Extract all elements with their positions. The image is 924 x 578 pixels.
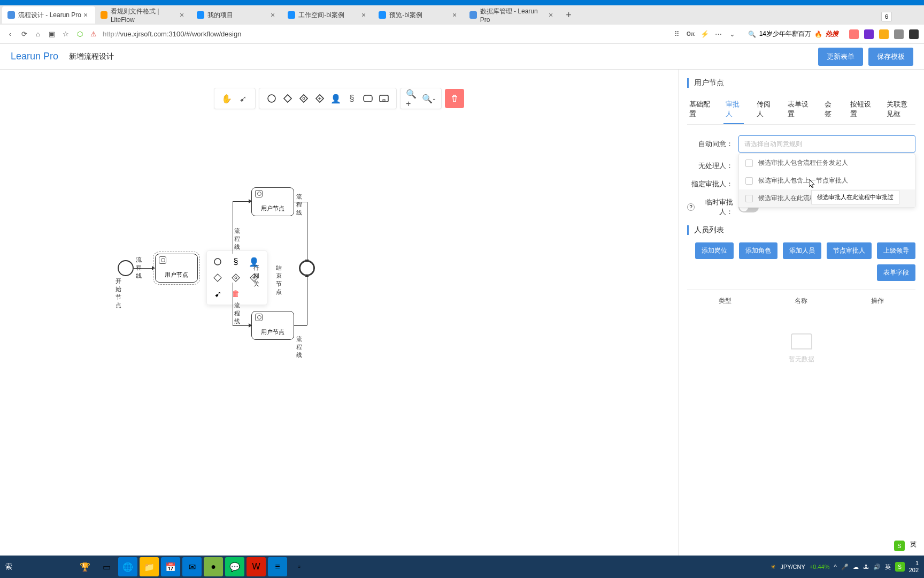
zoom-out-icon[interactable]: 🔍- (422, 92, 436, 105)
app-icon[interactable]: ● (204, 557, 223, 576)
user-node-icon[interactable]: 👤 (329, 92, 343, 105)
save-template-button[interactable]: 保存模板 (868, 48, 913, 66)
calendar-icon[interactable]: 📅 (161, 557, 180, 576)
rect-node-icon[interactable] (361, 92, 375, 105)
auto-agree-select[interactable]: 请选择自动同意规则 (738, 135, 915, 153)
node-label: 用户节点 (261, 328, 284, 336)
explorer-icon[interactable]: 📁 (140, 557, 159, 576)
user-node[interactable]: 用户节点 (251, 311, 294, 340)
close-icon[interactable]: × (268, 11, 277, 19)
tab-liteflow[interactable]: 看规则文件格式 | LiteFlow × (95, 6, 191, 24)
tab-learun[interactable]: 流程设计 - Learun Pro × (2, 6, 95, 24)
briefcase-icon[interactable]: ▣ (47, 29, 57, 39)
chevron-up-icon[interactable]: ^ (834, 564, 836, 570)
tab-countersign[interactable]: 会签 (822, 95, 837, 124)
edge-icon[interactable]: 🌐 (118, 557, 137, 576)
key-icon[interactable]: Oπ (686, 29, 696, 39)
circle-icon[interactable] (211, 255, 224, 268)
ext-icon[interactable] (894, 29, 904, 39)
volume-icon[interactable]: 🔊 (873, 564, 881, 571)
tab-workspace[interactable]: 工作空间-bi案例 × (282, 6, 373, 24)
close-icon[interactable]: × (359, 11, 368, 19)
ext-icon[interactable] (864, 29, 874, 39)
superior-button[interactable]: 上级领导 (877, 242, 915, 259)
task-view-icon[interactable]: ▭ (97, 557, 116, 576)
checkbox[interactable] (745, 195, 753, 202)
lasso-tool-icon[interactable]: ➹ (236, 92, 250, 105)
refresh-icon[interactable]: ⟳ (19, 29, 29, 39)
shield-icon[interactable]: ⬡ (75, 29, 84, 39)
help-icon[interactable]: ? (687, 203, 695, 211)
brand[interactable]: Learun Pro (11, 51, 58, 62)
add-role-button[interactable]: 添加角色 (739, 242, 777, 259)
diamond-o-node-icon[interactable] (297, 92, 311, 105)
flash-icon[interactable]: ⚡ (700, 29, 710, 39)
trophy-icon[interactable]: 🏆 (75, 557, 95, 576)
hand-tool-icon[interactable]: ✋ (220, 92, 234, 105)
dropdown-option[interactable]: 候选审批人包含上一节点审批人 (739, 172, 915, 189)
diamond-plus-node-icon[interactable] (313, 92, 327, 105)
more-icon[interactable]: ⋯ (714, 29, 723, 39)
chevron-down-icon[interactable]: ⌄ (728, 29, 737, 39)
tab-preview[interactable]: 预览-bi案例 × (373, 6, 464, 24)
vscode-icon[interactable]: ≡ (268, 557, 287, 576)
wps-icon[interactable]: W (247, 557, 266, 576)
back-icon[interactable]: ‹ (5, 29, 15, 39)
checkbox[interactable] (745, 177, 753, 185)
close-icon[interactable]: × (178, 11, 186, 19)
form-field-button[interactable]: 表单字段 (877, 264, 915, 281)
connect-icon[interactable]: ➹ (211, 287, 224, 300)
ime-badge[interactable]: S (894, 541, 905, 551)
close-icon[interactable]: × (450, 11, 459, 19)
zoom-in-icon[interactable]: 🔍+ (406, 92, 420, 105)
tab-form[interactable]: 表单设置 (786, 95, 811, 124)
add-post-button[interactable]: 添加岗位 (695, 242, 734, 259)
tab-database[interactable]: 数据库管理 - Learun Pro × (464, 6, 560, 24)
user-node[interactable]: 用户节点 (251, 187, 294, 216)
update-form-button[interactable]: 更新表单 (818, 48, 863, 66)
search-box[interactable]: 🔍 14岁少年年薪百万 🔥热搜 (742, 29, 845, 39)
taskbar-search[interactable]: 索 (5, 562, 12, 572)
script-node-icon[interactable]: § (345, 92, 359, 105)
ext-icon[interactable] (849, 29, 859, 39)
tab-basic[interactable]: 基础配置 (687, 95, 713, 124)
circle-node-icon[interactable] (265, 92, 279, 105)
user-node-selected[interactable]: 用户节点 (155, 254, 198, 283)
ext-icon[interactable] (879, 29, 889, 39)
close-icon[interactable]: × (81, 11, 90, 19)
network-icon[interactable]: 🖧 (863, 564, 869, 570)
cloud-icon[interactable]: ☁ (853, 564, 859, 571)
start-node[interactable] (118, 260, 134, 276)
script-icon[interactable]: § (229, 255, 242, 268)
close-icon[interactable]: × (546, 11, 555, 19)
tab-buttons[interactable]: 按钮设置 (848, 95, 874, 124)
add-person-button[interactable]: 添加人员 (783, 242, 821, 259)
dropdown-option[interactable]: 候选审批人包含流程任务发起人 (739, 154, 915, 172)
tab-approver[interactable]: 审批人 (723, 95, 744, 124)
ime-indicator[interactable]: 英 (885, 563, 891, 571)
diamond-icon[interactable] (211, 271, 224, 284)
node-approver-button[interactable]: 节点审批人 (827, 242, 872, 259)
mic-icon[interactable]: 🎤 (841, 564, 849, 571)
delete-button[interactable] (445, 89, 464, 108)
translate-icon[interactable]: ⠿ (672, 29, 682, 39)
diamond-o-icon[interactable] (229, 271, 242, 284)
sogou-icon[interactable]: S (895, 562, 905, 572)
canvas[interactable]: ✋ ➹ 👤 § 🔍+ 🔍- 开始 (0, 70, 678, 556)
trash-icon[interactable]: 🗑 (229, 287, 242, 300)
apps-icon[interactable] (909, 29, 919, 39)
mail-icon[interactable]: ✉ (182, 557, 202, 576)
home-icon[interactable]: ⌂ (33, 29, 43, 39)
app-icon[interactable]: ▫ (289, 557, 309, 576)
url-field[interactable]: http://vue.xjrsoft.com:3100/#/workflow/d… (103, 30, 668, 38)
diamond-node-icon[interactable] (281, 92, 295, 105)
tab-cc[interactable]: 传阅人 (754, 95, 775, 124)
checkbox[interactable] (745, 159, 753, 167)
new-tab-button[interactable]: + (560, 10, 577, 21)
tab-project[interactable]: 我的项目 × (191, 6, 282, 24)
star-icon[interactable]: ☆ (61, 29, 71, 39)
wechat-icon[interactable]: 💬 (225, 557, 244, 576)
subprocess-node-icon[interactable] (377, 92, 391, 105)
tab-comments[interactable]: 关联意见框 (884, 95, 915, 124)
weather-icon[interactable]: ☀ (771, 564, 776, 571)
